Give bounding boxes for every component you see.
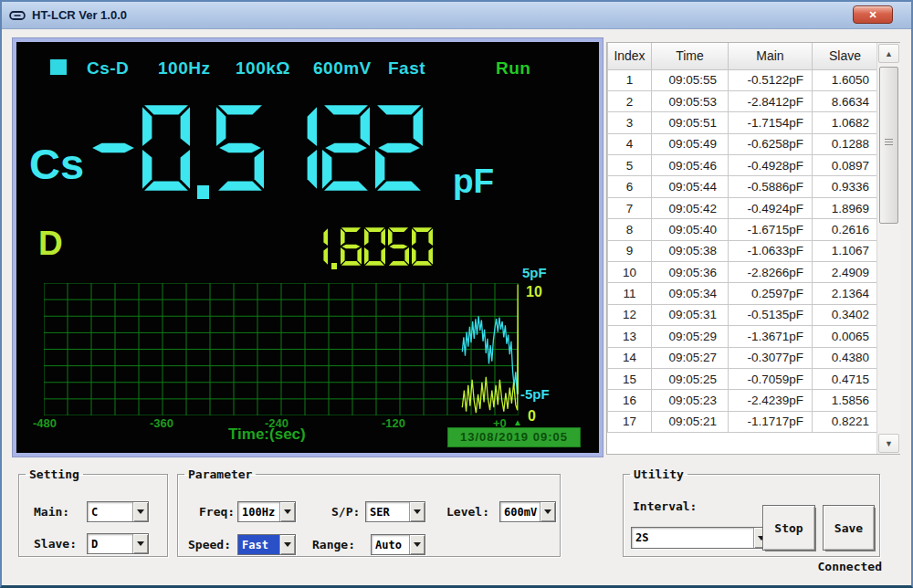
x-axis-title: Time:(sec) (228, 425, 306, 444)
table-cell: -2.4239pF (729, 390, 813, 411)
table-cell: 11 (608, 283, 652, 304)
chevron-down-icon[interactable] (132, 534, 148, 553)
interval-select[interactable]: 2S (631, 527, 770, 549)
table-cell: 2.4909 (813, 262, 878, 283)
table-row[interactable]: 309:05:51-1.7154pF1.0682 (608, 112, 878, 133)
table-row[interactable]: 1609:05:23-2.4239pF1.5856 (608, 390, 878, 411)
table-cell: -1.0633pF (729, 240, 813, 261)
table-cell: 09:05:36 (652, 262, 729, 283)
slave-select[interactable]: D (87, 533, 149, 554)
table-row[interactable]: 1109:05:340.2597pF2.1364 (608, 283, 878, 304)
table-cell: 0.8221 (813, 411, 878, 432)
table-row[interactable]: 1509:05:25-0.7059pF0.4715 (608, 368, 878, 389)
table-row[interactable]: 209:05:53-2.8412pF8.6634 (608, 90, 878, 111)
table-cell: 09:05:51 (652, 112, 729, 133)
table-row[interactable]: 1309:05:29-1.3671pF0.0065 (608, 326, 878, 347)
close-button[interactable]: ✕ (853, 5, 893, 24)
table-cell: 0.9336 (813, 176, 878, 197)
table-cell: -0.4924pF (729, 197, 813, 218)
app-icon (9, 10, 26, 21)
table-row[interactable]: 409:05:49-0.6258pF0.1288 (608, 133, 878, 154)
chevron-down-icon[interactable] (409, 502, 425, 521)
table-cell: 8 (608, 219, 652, 240)
table-cell: 09:05:29 (652, 326, 729, 347)
slave-axis-top-label: 10 (526, 284, 542, 300)
main-unit-label: pF (453, 163, 494, 201)
table-row[interactable]: 1709:05:21-1.1717pF0.8221 (608, 411, 878, 432)
col-header-main[interactable]: Main (729, 43, 813, 69)
table-cell: 0.4715 (813, 368, 878, 389)
utility-group: Utility Interval: 2S Stop Save (623, 467, 880, 557)
level-readout: 600mV (313, 58, 372, 79)
table-row[interactable]: 509:05:46-0.4928pF0.0897 (608, 155, 878, 176)
function-readout: Cs-D (87, 58, 129, 79)
chevron-down-icon[interactable] (409, 535, 425, 554)
freq-select-label: Freq: (199, 505, 235, 519)
table-cell: 1 (608, 69, 652, 90)
scroll-up-icon[interactable]: ▲ (878, 44, 899, 63)
table-cell: 09:05:42 (652, 197, 729, 218)
table-cell: -1.3671pF (729, 326, 813, 347)
datetime-readout: 13/08/2019 09:05 (447, 427, 581, 447)
main-select-label: Main: (34, 505, 69, 519)
main-select[interactable]: C (87, 501, 149, 522)
save-button[interactable]: Save (823, 505, 875, 551)
table-cell: 0.0897 (813, 155, 878, 176)
speed-select[interactable]: Fast (237, 534, 296, 555)
decimal-point (331, 263, 337, 269)
slave-select-label: Slave: (34, 537, 77, 551)
table-row[interactable]: 1209:05:31-0.5135pF0.3402 (608, 304, 878, 325)
table-cell: 2.1364 (813, 283, 878, 304)
table-row[interactable]: 709:05:42-0.4924pF1.8969 (608, 197, 878, 218)
table-header-row: Index Time Main Slave (608, 43, 878, 69)
range-readout: 100kΩ (236, 58, 290, 79)
table-cell: 1.8969 (813, 197, 878, 218)
table-cell: 13 (608, 326, 652, 347)
chevron-down-icon[interactable] (132, 502, 148, 521)
table-row[interactable]: 909:05:38-1.0633pF1.1067 (608, 240, 878, 261)
chevron-down-icon[interactable] (279, 535, 295, 554)
table-row[interactable]: 109:05:55-0.5122pF1.6050 (608, 69, 878, 90)
slave-reading-sevenseg (307, 223, 433, 270)
time-cursor-icon: ▲ (513, 417, 522, 427)
connection-status: Connected (809, 560, 882, 573)
window-title: HT-LCR Ver 1.0.0 (32, 8, 127, 22)
level-select[interactable]: 600mV (499, 501, 556, 522)
table-scrollbar[interactable]: ▲ ▼ (876, 43, 900, 454)
range-select[interactable]: Auto (371, 534, 425, 555)
table-cell: 1.1067 (813, 240, 878, 261)
run-state: Run (496, 58, 530, 79)
stop-button[interactable]: Stop (762, 505, 815, 551)
table-cell: -1.7154pF (729, 112, 813, 133)
table-row[interactable]: 1409:05:27-0.3077pF0.4380 (608, 347, 878, 368)
col-header-time[interactable]: Time (652, 43, 729, 69)
chevron-down-icon[interactable] (279, 502, 295, 521)
freq-select[interactable]: 100Hz (237, 501, 296, 522)
scroll-down-icon[interactable]: ▼ (878, 434, 899, 453)
level-select-label: Level: (446, 505, 489, 519)
main-axis-bottom-label: -5pF (520, 386, 550, 402)
table-cell: 7 (608, 197, 652, 218)
table-cell: 09:05:27 (652, 347, 729, 368)
speed-readout: Fast (388, 58, 425, 79)
table-cell: -0.4928pF (729, 155, 813, 176)
slave-axis-bottom-label: 0 (528, 408, 536, 425)
table-cell: -2.8412pF (729, 90, 813, 111)
table-cell: 09:05:34 (652, 283, 729, 304)
table-cell: 0.3402 (813, 304, 878, 325)
table-row[interactable]: 809:05:40-1.6715pF0.2616 (608, 219, 878, 240)
speed-select-value: Fast (238, 535, 279, 554)
sp-select[interactable]: SER (365, 501, 425, 522)
col-header-slave[interactable]: Slave (813, 43, 878, 69)
scrollbar-thumb[interactable] (879, 67, 898, 224)
table-row[interactable]: 609:05:44-0.5886pF0.9336 (608, 176, 878, 197)
col-header-index[interactable]: Index (608, 43, 652, 69)
sp-select-label: S/P: (331, 505, 360, 519)
table-row[interactable]: 1009:05:36-2.8266pF2.4909 (608, 262, 878, 283)
setting-group: Setting Main: C Slave: D (18, 467, 168, 557)
table-cell: 4 (608, 133, 652, 154)
table-cell: -1.1717pF (729, 411, 813, 432)
level-select-value: 600mV (500, 502, 540, 521)
chevron-down-icon[interactable] (540, 502, 555, 521)
titlebar[interactable]: HT-LCR Ver 1.0.0 ✕ (2, 2, 911, 29)
